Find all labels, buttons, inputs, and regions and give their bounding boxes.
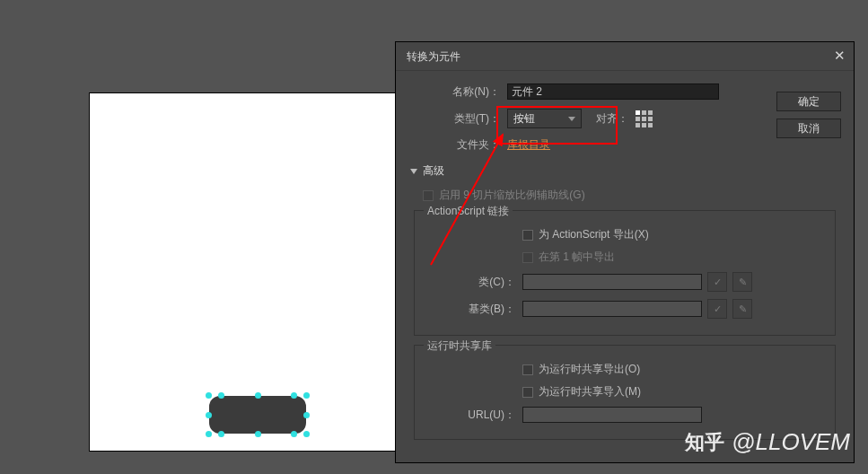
selected-shape[interactable] xyxy=(209,396,306,434)
dialog-titlebar: 转换为元件 ✕ xyxy=(396,42,854,71)
runtime-import-label: 为运行时共享导入(M) xyxy=(539,384,641,399)
watermark: 知乎 @LLOVEM xyxy=(685,428,850,456)
registration-grid[interactable] xyxy=(636,110,653,127)
close-button[interactable]: ✕ xyxy=(832,48,846,63)
edit-button: ✎ xyxy=(732,299,752,319)
resize-handle[interactable] xyxy=(206,431,212,437)
resize-handle[interactable] xyxy=(291,431,297,437)
advanced-toggle[interactable]: 高级 xyxy=(410,163,839,179)
validate-button: ✓ xyxy=(707,299,727,319)
runtime-import-checkbox[interactable] xyxy=(522,387,533,398)
base-input xyxy=(522,301,702,317)
runtime-legend: 运行时共享库 xyxy=(424,338,495,354)
url-label: URL(U)： xyxy=(425,408,522,423)
runtime-export-checkbox[interactable] xyxy=(522,364,533,375)
type-label: 类型(T)： xyxy=(410,111,507,127)
export-as-checkbox[interactable] xyxy=(522,230,533,241)
resize-handle[interactable] xyxy=(303,431,310,437)
resize-handle[interactable] xyxy=(303,392,310,399)
resize-handle[interactable] xyxy=(206,392,212,399)
watermark-user: @LLOVEM xyxy=(732,428,850,456)
chevron-down-icon xyxy=(410,169,417,174)
type-select-value: 按钮 xyxy=(513,111,535,127)
export-as-label: 为 ActionScript 导出(X) xyxy=(539,227,649,242)
stage-canvas[interactable] xyxy=(89,92,397,452)
name-input[interactable] xyxy=(507,83,719,100)
actionscript-fieldset: ActionScript 链接 为 ActionScript 导出(X) 在第 … xyxy=(414,210,836,336)
export-frame1-label: 在第 1 帧中导出 xyxy=(539,250,615,265)
export-frame1-checkbox xyxy=(522,252,533,263)
class-label: 类(C)： xyxy=(425,275,522,290)
slice-checkbox[interactable] xyxy=(423,190,434,201)
resize-handle[interactable] xyxy=(218,431,224,437)
slice-label: 启用 9 切片缩放比例辅助线(G) xyxy=(439,188,585,203)
resize-handle[interactable] xyxy=(255,431,261,437)
ok-button[interactable]: 确定 xyxy=(776,92,841,111)
resize-handle[interactable] xyxy=(303,412,310,418)
watermark-site: 知乎 xyxy=(685,429,724,456)
advanced-label: 高级 xyxy=(423,163,444,179)
resize-handle[interactable] xyxy=(291,392,297,399)
edit-button: ✎ xyxy=(732,272,752,292)
runtime-export-label: 为运行时共享导出(O) xyxy=(539,362,640,377)
name-label: 名称(N)： xyxy=(410,84,507,100)
convert-symbol-dialog: 转换为元件 ✕ 名称(N)： 类型(T)： 按钮 对齐： 文件夹： 库根目录 xyxy=(395,41,855,463)
folder-link[interactable]: 库根目录 xyxy=(507,137,550,153)
cancel-button[interactable]: 取消 xyxy=(776,118,841,138)
url-input xyxy=(522,407,702,423)
as-legend: ActionScript 链接 xyxy=(424,204,513,219)
base-label: 基类(B)： xyxy=(425,302,522,317)
dialog-title-text: 转换为元件 xyxy=(407,50,460,63)
type-select[interactable]: 按钮 xyxy=(507,109,582,128)
align-label: 对齐： xyxy=(596,111,628,127)
class-input xyxy=(522,274,702,290)
validate-button: ✓ xyxy=(707,272,727,292)
runtime-fieldset: 运行时共享库 为运行时共享导出(O) 为运行时共享导入(M) URL(U)： xyxy=(414,345,836,440)
resize-handle[interactable] xyxy=(218,392,224,399)
folder-label: 文件夹： xyxy=(410,137,507,153)
resize-handle[interactable] xyxy=(206,412,212,418)
resize-handle[interactable] xyxy=(255,392,261,399)
chevron-down-icon xyxy=(568,117,575,121)
